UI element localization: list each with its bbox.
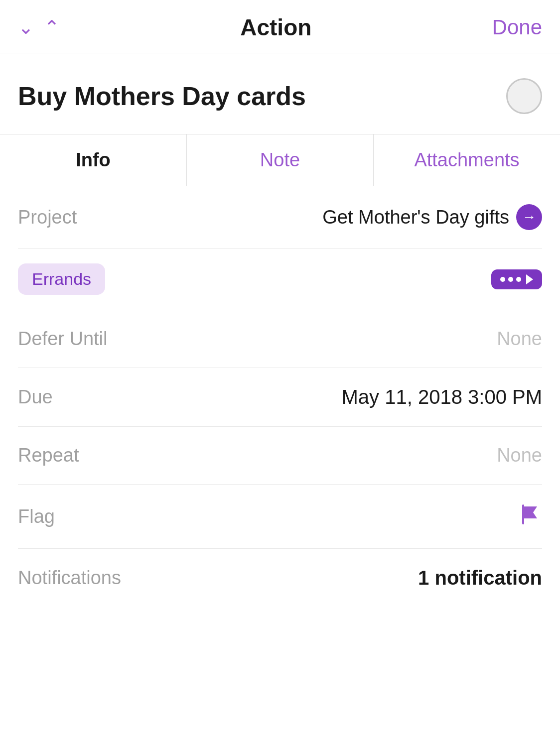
defer-until-value: None <box>497 328 542 350</box>
chevron-up-icon[interactable]: ⌃ <box>44 18 60 37</box>
completion-circle[interactable] <box>506 78 542 114</box>
done-button[interactable]: Done <box>492 15 542 39</box>
repeat-value: None <box>497 445 542 466</box>
tag-arrow-icon <box>526 274 533 284</box>
page-title: Action <box>60 14 492 41</box>
dot1 <box>500 277 505 282</box>
nav-buttons: ⌄ ⌃ <box>18 18 60 37</box>
dot2 <box>508 277 513 282</box>
tab-note[interactable]: Note <box>187 134 374 186</box>
due-row[interactable]: Due May 11, 2018 3:00 PM <box>18 368 542 427</box>
notifications-value: 1 notification <box>418 567 542 589</box>
flag-row[interactable]: Flag <box>18 485 542 549</box>
flag-label: Flag <box>18 506 55 527</box>
dot3 <box>516 277 521 282</box>
tab-attachments[interactable]: Attachments <box>374 134 560 186</box>
notifications-label: Notifications <box>18 567 121 589</box>
due-value: May 11, 2018 3:00 PM <box>342 386 542 408</box>
repeat-row[interactable]: Repeat None <box>18 427 542 485</box>
due-label: Due <box>18 386 53 408</box>
project-navigate-icon[interactable] <box>516 204 542 230</box>
task-title: Buy Mothers Day cards <box>18 81 496 112</box>
tag-more-icon[interactable] <box>491 269 542 289</box>
project-value: Get Mother's Day gifts <box>322 204 542 230</box>
project-row[interactable]: Project Get Mother's Day gifts <box>18 186 542 249</box>
defer-until-label: Defer Until <box>18 328 108 350</box>
info-section: Project Get Mother's Day gifts Errands D… <box>0 186 560 607</box>
flag-icon[interactable] <box>518 502 542 530</box>
defer-until-row[interactable]: Defer Until None <box>18 310 542 368</box>
tabs: Info Note Attachments <box>0 134 560 186</box>
project-label: Project <box>18 207 77 228</box>
header: ⌄ ⌃ Action Done <box>0 0 560 53</box>
tags-row: Errands <box>18 249 542 310</box>
chevron-down-icon[interactable]: ⌄ <box>18 18 34 37</box>
task-title-area: Buy Mothers Day cards <box>0 53 560 134</box>
tag-badge[interactable]: Errands <box>18 263 105 295</box>
tab-info[interactable]: Info <box>0 134 187 186</box>
notifications-row[interactable]: Notifications 1 notification <box>18 549 542 607</box>
repeat-label: Repeat <box>18 445 79 466</box>
